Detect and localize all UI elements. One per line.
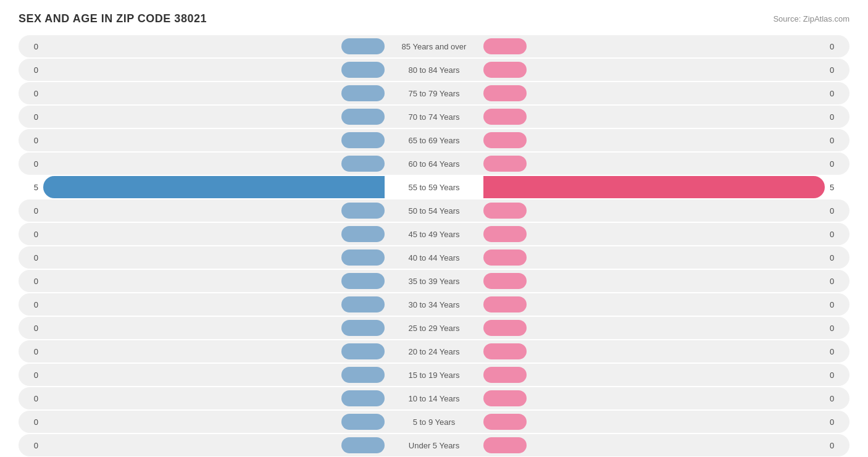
bar-label: 80 to 84 Years xyxy=(385,65,483,75)
right-bar-area xyxy=(483,364,825,386)
female-bar xyxy=(483,85,527,101)
bar-label: 85 Years and over xyxy=(385,42,483,51)
male-bar xyxy=(341,226,385,242)
bar-right-value: 0 xyxy=(825,417,849,427)
bar-row: 060 to 64 Years0 xyxy=(19,153,849,175)
bar-label: 35 to 39 Years xyxy=(385,277,483,286)
male-bar xyxy=(341,85,385,101)
female-bar xyxy=(483,367,527,383)
female-bar xyxy=(483,414,527,430)
right-bar-area xyxy=(483,270,825,292)
bar-label: 60 to 64 Years xyxy=(385,159,483,169)
female-bar xyxy=(483,62,527,78)
male-bar xyxy=(341,203,385,219)
male-bar xyxy=(341,343,385,359)
right-bar-area xyxy=(483,246,825,269)
female-bar xyxy=(483,273,527,289)
male-bar xyxy=(341,132,385,148)
left-bar-area xyxy=(43,223,385,245)
bar-row: 555 to 59 Years5 xyxy=(19,176,849,198)
bar-label: 40 to 44 Years xyxy=(385,253,483,262)
right-bar-area xyxy=(483,106,825,128)
bar-label: 70 to 74 Years xyxy=(385,112,483,122)
female-bar xyxy=(483,203,527,219)
bar-right-value: 0 xyxy=(825,112,849,122)
bar-label: 45 to 49 Years xyxy=(385,230,483,239)
left-bar-area xyxy=(43,293,385,316)
male-bar xyxy=(341,367,385,383)
bar-right-value: 0 xyxy=(825,65,849,75)
right-bar-area xyxy=(483,59,825,81)
bar-label: Under 5 Years xyxy=(385,441,483,450)
female-bar xyxy=(483,132,527,148)
bar-row: 0Under 5 Years0 xyxy=(19,434,849,456)
female-bar xyxy=(483,226,527,242)
bar-left-value: 0 xyxy=(19,277,43,286)
bar-row: 085 Years and over0 xyxy=(19,35,849,57)
bar-label: 20 to 24 Years xyxy=(385,347,483,356)
male-bar xyxy=(43,176,385,198)
female-bar xyxy=(483,38,527,54)
right-bar-area xyxy=(483,153,825,175)
bar-row: 025 to 29 Years0 xyxy=(19,317,849,339)
bar-right-value: 0 xyxy=(825,159,849,169)
bar-left-value: 0 xyxy=(19,371,43,380)
bar-left-value: 0 xyxy=(19,300,43,309)
bar-label: 50 to 54 Years xyxy=(385,206,483,216)
left-bar-area xyxy=(43,35,385,57)
right-bar-area xyxy=(483,199,825,222)
female-bar xyxy=(483,296,527,312)
bar-right-value: 0 xyxy=(825,300,849,309)
bar-row: 045 to 49 Years0 xyxy=(19,223,849,245)
bar-left-value: 0 xyxy=(19,112,43,122)
right-bar-area xyxy=(483,317,825,339)
left-bar-area xyxy=(43,317,385,339)
left-bar-area xyxy=(43,246,385,269)
bar-right-value: 0 xyxy=(825,441,849,450)
bar-row: 040 to 44 Years0 xyxy=(19,246,849,269)
bar-right-value: 0 xyxy=(825,230,849,239)
bar-right-value: 0 xyxy=(825,394,849,403)
chart-area: 085 Years and over0080 to 84 Years0075 t… xyxy=(19,35,849,456)
right-bar-area xyxy=(483,340,825,363)
left-bar-area xyxy=(43,434,385,456)
bar-row: 020 to 24 Years0 xyxy=(19,340,849,363)
bar-left-value: 0 xyxy=(19,206,43,216)
right-bar-area xyxy=(483,223,825,245)
right-bar-area xyxy=(483,387,825,409)
bar-right-value: 0 xyxy=(825,42,849,51)
male-bar xyxy=(341,249,385,266)
female-bar xyxy=(483,437,527,453)
bar-row: 065 to 69 Years0 xyxy=(19,129,849,151)
bar-right-value: 0 xyxy=(825,324,849,333)
male-bar xyxy=(341,414,385,430)
bar-label: 55 to 59 Years xyxy=(385,183,483,192)
chart-header: SEX AND AGE IN ZIP CODE 38021 Source: Zi… xyxy=(19,12,849,25)
bar-row: 010 to 14 Years0 xyxy=(19,387,849,409)
bar-label: 5 to 9 Years xyxy=(385,417,483,427)
left-bar-area xyxy=(43,199,385,222)
bar-right-value: 0 xyxy=(825,277,849,286)
bar-left-value: 0 xyxy=(19,324,43,333)
bar-left-value: 0 xyxy=(19,159,43,169)
left-bar-area xyxy=(43,106,385,128)
bar-label: 25 to 29 Years xyxy=(385,324,483,333)
bar-row: 05 to 9 Years0 xyxy=(19,411,849,433)
male-bar xyxy=(341,38,385,54)
male-bar xyxy=(341,437,385,453)
male-bar xyxy=(341,109,385,125)
bar-right-value: 0 xyxy=(825,347,849,356)
right-bar-area xyxy=(483,434,825,456)
bar-right-value: 0 xyxy=(825,89,849,98)
bar-left-value: 0 xyxy=(19,230,43,239)
male-bar xyxy=(341,62,385,78)
male-bar xyxy=(341,320,385,336)
bar-right-value: 0 xyxy=(825,371,849,380)
female-bar xyxy=(483,343,527,359)
bar-row: 075 to 79 Years0 xyxy=(19,82,849,104)
right-bar-area xyxy=(483,411,825,433)
bar-left-value: 0 xyxy=(19,42,43,51)
male-bar xyxy=(341,156,385,172)
left-bar-area xyxy=(43,59,385,81)
bar-left-value: 0 xyxy=(19,441,43,450)
